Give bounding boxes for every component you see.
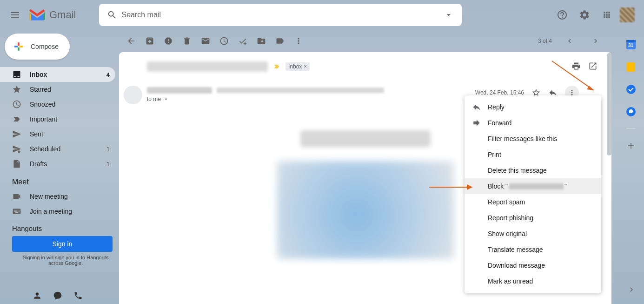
remove-label-icon[interactable]: × (304, 63, 307, 70)
help-icon (557, 9, 568, 20)
message-image (277, 161, 454, 259)
ctx-block-sender[interactable]: Block "" (465, 178, 601, 194)
sender-name (147, 87, 212, 94)
settings-button[interactable] (575, 6, 594, 24)
hangouts-bottom-tabs (25, 287, 90, 304)
contacts-addon[interactable] (625, 106, 637, 117)
ctx-translate[interactable]: Translate message (465, 242, 601, 257)
sidebar-item-sent[interactable]: Sent (0, 127, 115, 142)
hangouts-section: Hangouts Sign in Signing in will sign yo… (0, 219, 119, 266)
ctx-show-original[interactable]: Show original (465, 226, 601, 242)
hangouts-signin-note: Signing in will sign you in to Hangouts … (12, 255, 119, 266)
hamburger-icon (9, 9, 20, 20)
sidebar: Compose Inbox 4 Starred Snoozed Importan… (0, 30, 119, 304)
ctx-report-spam[interactable]: Report spam (465, 194, 601, 210)
main-menu-button[interactable] (4, 4, 26, 26)
account-avatar[interactable] (620, 7, 635, 22)
archive-button[interactable] (145, 36, 154, 46)
gmail-logo[interactable]: Gmail (28, 8, 76, 22)
search-icon[interactable] (103, 6, 121, 24)
scheduled-icon (12, 144, 21, 154)
scrollbar[interactable] (607, 53, 611, 155)
labels-button[interactable] (275, 36, 285, 46)
message-toolbar: 3 of 4 (119, 30, 611, 52)
search-bar[interactable] (99, 4, 462, 26)
inbox-label-chip[interactable]: Inbox × (285, 62, 310, 71)
important-marker-icon[interactable] (272, 63, 281, 70)
keyboard-icon (12, 207, 21, 216)
meet-heading: Meet (0, 171, 119, 189)
star-icon (12, 85, 21, 94)
inbox-icon (12, 70, 21, 79)
chevron-right-icon (627, 285, 636, 294)
snooze-button[interactable] (219, 36, 229, 46)
blocked-sender-name (509, 183, 564, 189)
ctx-mark-unread[interactable]: Mark as unread (465, 273, 601, 289)
report-spam-button[interactable] (164, 36, 173, 46)
add-to-tasks-button[interactable] (238, 36, 247, 46)
message-date: Wed, 24 Feb, 15:46 (475, 89, 524, 96)
keep-addon[interactable] (625, 61, 637, 73)
side-panel-toggle[interactable] (627, 285, 636, 296)
more-button[interactable] (294, 36, 303, 46)
sidebar-item-snoozed[interactable]: Snoozed (0, 97, 115, 112)
ctx-reply[interactable]: Reply (465, 99, 601, 115)
subject-text (147, 61, 268, 72)
ctx-print[interactable]: Print (465, 147, 601, 162)
phone-icon[interactable] (73, 291, 83, 300)
hangouts-icon[interactable] (53, 291, 62, 300)
message-top-actions (571, 61, 598, 71)
mark-unread-button[interactable] (201, 36, 210, 46)
apps-grid-icon (602, 10, 611, 20)
subject-row: Inbox × (147, 61, 584, 72)
ctx-delete[interactable]: Delete this message (465, 162, 601, 178)
search-options-button[interactable] (439, 6, 458, 24)
contacts-icon (626, 107, 636, 116)
sidebar-item-starred[interactable]: Starred (0, 82, 115, 97)
caret-down-icon (163, 96, 169, 102)
calendar-addon[interactable]: 31 (625, 39, 637, 50)
meet-join-meeting[interactable]: Join a meeting (0, 204, 115, 219)
sidebar-item-drafts[interactable]: Drafts 1 (0, 156, 115, 171)
compose-button[interactable]: Compose (5, 34, 70, 60)
hangouts-signin-button[interactable]: Sign in (12, 236, 113, 252)
ctx-report-phishing[interactable]: Report phishing (465, 210, 601, 226)
gmail-logo-icon (28, 8, 46, 22)
sender-email (217, 88, 384, 93)
page-counter: 3 of 4 (538, 38, 552, 44)
reply-icon (472, 102, 481, 112)
meet-new-meeting[interactable]: New meeting (0, 189, 115, 204)
sidebar-item-scheduled[interactable]: Scheduled 1 (0, 142, 115, 156)
next-message-button[interactable] (587, 33, 604, 49)
move-to-button[interactable] (257, 36, 266, 46)
search-input[interactable] (121, 11, 439, 19)
print-button[interactable] (571, 61, 581, 71)
support-button[interactable] (553, 6, 571, 24)
compose-label: Compose (31, 43, 59, 50)
tasks-addon[interactable] (625, 84, 637, 95)
person-icon[interactable] (33, 291, 42, 300)
important-icon (12, 115, 21, 124)
side-panel: 31 + (618, 30, 644, 304)
drafts-icon (12, 159, 21, 169)
ctx-download[interactable]: Download message (465, 257, 601, 273)
sender-avatar[interactable] (124, 86, 142, 104)
open-new-window-button[interactable] (588, 61, 598, 71)
ctx-filter[interactable]: Filter messages like this (465, 131, 601, 147)
back-button[interactable] (126, 36, 136, 46)
prev-message-button[interactable] (561, 33, 578, 49)
sidebar-item-inbox[interactable]: Inbox 4 (0, 67, 115, 82)
apps-button[interactable] (598, 6, 616, 24)
ctx-forward[interactable]: Forward (465, 115, 601, 131)
send-icon (12, 129, 21, 139)
chevron-right-icon (591, 37, 600, 45)
video-icon (12, 192, 21, 201)
message-context-menu: Reply Forward Filter messages like this … (465, 95, 601, 293)
delete-button[interactable] (182, 36, 192, 46)
sidebar-item-important[interactable]: Important (0, 112, 115, 127)
get-addons-button[interactable]: + (625, 140, 637, 151)
gmail-wordmark: Gmail (49, 9, 76, 21)
gear-icon (579, 9, 590, 20)
keep-icon (627, 62, 635, 72)
hangouts-heading: Hangouts (12, 224, 119, 232)
